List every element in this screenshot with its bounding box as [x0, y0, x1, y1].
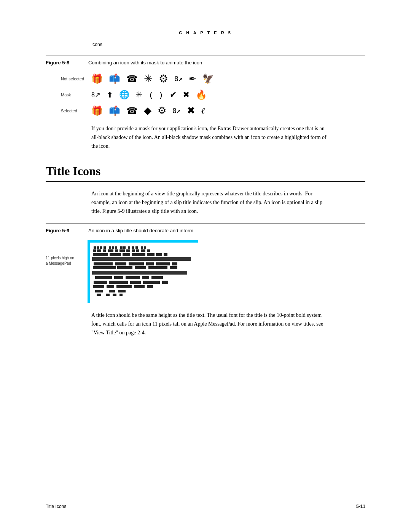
figure-8-caption: Combining an icon with its mask to anima…	[88, 60, 202, 66]
svg-rect-26	[110, 253, 121, 256]
svg-rect-62	[118, 290, 126, 292]
icon-m-7: ✖	[183, 90, 190, 100]
figure-annotation: 11 pixels high ona MessagePad	[46, 240, 88, 266]
icon-m-5: ( )	[148, 90, 164, 100]
icon-s-5: ⚙	[158, 105, 166, 117]
icon-s-1: 🎁	[91, 105, 103, 116]
mask-row: Mask 8↗ ⬆ 🌐 ✳ ( ) ✔ ✖ 🔥	[61, 89, 365, 100]
chapter-header: C H A P T E R 5	[46, 30, 365, 35]
svg-rect-20	[126, 249, 130, 252]
svg-rect-27	[123, 253, 130, 256]
footer-right: 5-11	[356, 504, 365, 509]
icon-s-2: 📫	[109, 105, 120, 116]
svg-rect-64	[106, 294, 110, 296]
svg-rect-23	[141, 249, 145, 252]
svg-rect-13	[144, 246, 146, 249]
svg-rect-58	[134, 285, 145, 288]
footer: Title Icons 5-11	[46, 504, 365, 509]
svg-rect-12	[141, 246, 143, 249]
icon-s-6: 8↗	[172, 107, 181, 115]
svg-rect-35	[129, 262, 144, 265]
not-selected-row: Not selected 🎁 📫 ☎ ✳ ⚙ 8↗ ✒ 🦅	[61, 72, 365, 85]
svg-rect-34	[115, 262, 126, 265]
icon-m-1: 8↗	[91, 91, 100, 99]
svg-rect-32	[92, 257, 191, 261]
svg-rect-56	[107, 285, 114, 288]
svg-rect-39	[93, 266, 116, 269]
pixel-art-svg	[90, 243, 198, 303]
page: C H A P T E R 5 Icons Figure 5-8 Combini…	[0, 0, 411, 532]
svg-rect-21	[132, 249, 135, 252]
icon-m-8: 🔥	[196, 89, 207, 100]
svg-rect-65	[113, 294, 116, 296]
selected-icons: 🎁 📫 ☎ ◆ ⚙ 8↗ ✖ ℓ	[91, 105, 205, 117]
body-text-3-content: A title icon should be the same height a…	[91, 312, 323, 335]
svg-rect-59	[147, 285, 153, 288]
svg-rect-37	[156, 262, 170, 265]
svg-rect-14	[93, 249, 96, 252]
body-text-1-content: If you don't provide a mask for your app…	[91, 126, 327, 149]
icon-m-6: ✔	[170, 90, 177, 100]
icon-s-8: ℓ	[201, 106, 205, 116]
mask-icons: 8↗ ⬆ 🌐 ✳ ( ) ✔ ✖ 🔥	[91, 89, 207, 100]
svg-rect-46	[114, 276, 123, 279]
icon-m-2: ⬆	[107, 90, 113, 99]
svg-rect-31	[164, 253, 167, 256]
svg-rect-18	[115, 249, 118, 252]
icon-s-3: ☎	[126, 105, 138, 116]
svg-rect-47	[126, 276, 140, 279]
svg-rect-48	[142, 276, 149, 279]
icon-m-4: ✳	[135, 90, 142, 100]
svg-rect-57	[116, 285, 132, 288]
svg-rect-44	[92, 271, 187, 275]
icon-ns-4: ✳	[144, 72, 153, 85]
mask-label: Mask	[61, 93, 91, 97]
svg-rect-60	[95, 290, 103, 292]
svg-rect-7	[120, 246, 123, 249]
not-selected-icons: 🎁 📫 ☎ ✳ ⚙ 8↗ ✒ 🦅	[91, 72, 214, 85]
svg-rect-15	[97, 249, 101, 252]
icon-ns-2: 📫	[109, 73, 120, 84]
breadcrumb: Icons	[91, 42, 365, 47]
pixel-art-image	[88, 240, 198, 303]
selected-row: Selected 🎁 📫 ☎ ◆ ⚙ 8↗ ✖ ℓ	[61, 105, 365, 117]
svg-rect-41	[135, 266, 146, 269]
svg-rect-17	[108, 249, 113, 252]
svg-rect-24	[147, 249, 150, 252]
figure-9-caption: An icon in a slip title should decorate …	[88, 228, 193, 233]
svg-rect-19	[119, 249, 125, 252]
svg-rect-49	[151, 276, 163, 279]
svg-rect-3	[104, 246, 106, 249]
svg-rect-1	[97, 246, 99, 249]
svg-rect-36	[146, 262, 154, 265]
svg-rect-38	[172, 262, 177, 265]
svg-rect-54	[162, 281, 168, 284]
section-title: Title Icons	[46, 164, 365, 182]
svg-rect-9	[128, 246, 130, 249]
svg-rect-61	[109, 290, 115, 292]
svg-rect-4	[109, 246, 111, 249]
svg-rect-63	[97, 294, 101, 296]
svg-rect-16	[103, 249, 106, 252]
figure-8-label: Figure 5-8	[46, 60, 84, 66]
icon-ns-3: ☎	[126, 73, 138, 84]
svg-rect-55	[93, 285, 104, 288]
svg-rect-10	[132, 246, 134, 249]
svg-rect-0	[94, 246, 96, 249]
svg-rect-30	[156, 253, 162, 256]
svg-rect-28	[132, 253, 145, 256]
icon-grid: Not selected 🎁 📫 ☎ ✳ ⚙ 8↗ ✒ 🦅	[61, 72, 365, 117]
figure-image-area: 11 pixels high ona MessagePad	[46, 240, 365, 303]
body-text-3: A title icon should be the same height a…	[91, 311, 327, 337]
not-selected-label: Not selected	[61, 77, 91, 81]
icon-ns-1: 🎁	[91, 73, 103, 84]
svg-rect-29	[147, 253, 155, 256]
svg-rect-53	[143, 281, 160, 284]
icon-ns-8: 🦅	[202, 73, 214, 84]
icon-m-3: 🌐	[119, 90, 129, 100]
svg-rect-11	[135, 246, 138, 249]
svg-rect-50	[94, 281, 107, 284]
figure-8-row: Figure 5-8 Combining an icon with its ma…	[46, 56, 365, 66]
svg-rect-66	[119, 294, 123, 296]
svg-rect-42	[148, 266, 167, 269]
